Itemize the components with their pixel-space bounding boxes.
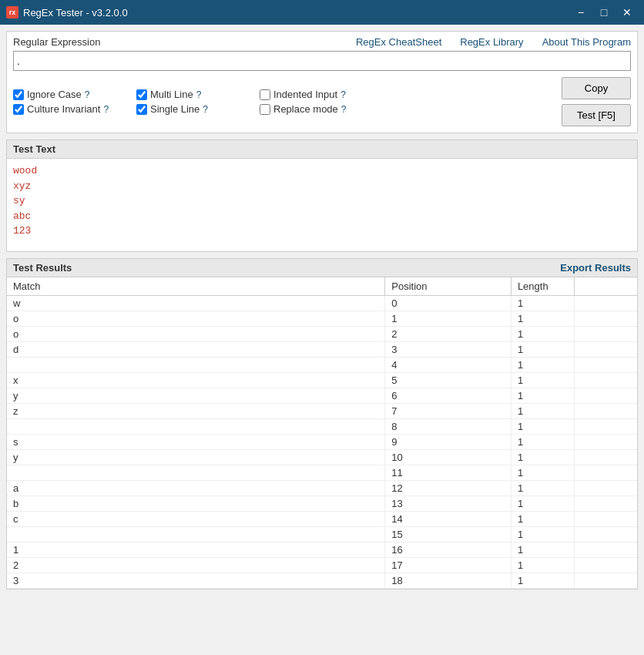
table-row: a 12 1 [7, 481, 637, 496]
indented-input-help[interactable]: ? [340, 89, 346, 100]
indented-input-label: Indented Input [273, 89, 337, 100]
title-bar-left: rx RegEx Tester - v3.2.0.0 [6, 6, 128, 18]
regex-section: Regular Expression RegEx CheatSheet RegE… [6, 31, 638, 133]
close-button[interactable]: ✕ [616, 3, 638, 22]
cell-match: c [7, 512, 385, 527]
results-table: Match Position Length w 0 1 o 1 1 o 2 1 … [7, 277, 637, 589]
cell-match: b [7, 496, 385, 512]
cell-length: 1 [511, 419, 574, 435]
cell-extra [574, 404, 637, 419]
test-text-line-1: wood [13, 163, 631, 179]
cell-position: 10 [385, 450, 512, 465]
cell-match: o [7, 311, 385, 327]
test-button[interactable]: Test [F5] [562, 104, 631, 126]
test-text-title: Test Text [13, 143, 55, 155]
cell-match: o [7, 327, 385, 342]
cell-extra [574, 327, 637, 342]
single-line-label: Single Line [150, 103, 200, 115]
single-line-checkbox[interactable] [136, 104, 147, 115]
cell-length: 1 [511, 542, 574, 558]
cell-length: 1 [511, 496, 574, 512]
window-controls: − □ ✕ [570, 3, 638, 22]
maximize-button[interactable]: □ [593, 3, 615, 22]
cell-match [7, 527, 385, 542]
cell-length: 1 [511, 558, 574, 573]
library-link[interactable]: RegEx Library [460, 36, 523, 48]
cell-length: 1 [511, 512, 574, 527]
copy-button[interactable]: Copy [562, 77, 631, 99]
table-row: 2 17 1 [7, 558, 637, 573]
culture-invariant-option: Culture Invariant ? [13, 103, 121, 115]
cell-length: 1 [511, 342, 574, 358]
cell-match: x [7, 373, 385, 388]
cell-position: 11 [385, 465, 512, 481]
cheatsheet-link[interactable]: RegEx CheatSheet [356, 36, 441, 48]
cell-length: 1 [511, 388, 574, 404]
cell-match [7, 358, 385, 373]
table-row: 8 1 [7, 419, 637, 435]
table-row: 1 16 1 [7, 542, 637, 558]
results-header: Test Results Export Results [7, 259, 637, 277]
cell-position: 12 [385, 481, 512, 496]
culture-invariant-checkbox[interactable] [13, 104, 24, 115]
cell-extra [574, 481, 637, 496]
multi-line-checkbox[interactable] [136, 89, 147, 100]
cell-extra [574, 573, 637, 589]
cell-match: 1 [7, 542, 385, 558]
minimize-button[interactable]: − [570, 3, 592, 22]
cell-position: 17 [385, 558, 512, 573]
export-results-link[interactable]: Export Results [560, 262, 631, 274]
cell-length: 1 [511, 404, 574, 419]
test-text-area[interactable]: wood xyz sy abc 123 [7, 159, 637, 251]
indented-input-checkbox[interactable] [260, 89, 270, 100]
test-text-section: Test Text wood xyz sy abc 123 [6, 139, 638, 252]
cell-length: 1 [511, 373, 574, 388]
col-header-length: Length [511, 277, 574, 296]
table-row: d 3 1 [7, 342, 637, 358]
results-title: Test Results [13, 262, 72, 274]
multi-line-help[interactable]: ? [196, 89, 202, 100]
cell-extra [574, 542, 637, 558]
results-table-header-row: Match Position Length [7, 277, 637, 296]
test-text-line-3: sy [13, 193, 631, 209]
cell-extra [574, 388, 637, 404]
cell-position: 7 [385, 404, 512, 419]
options-row: Ignore Case ? Multi Line ? Indented Inpu… [13, 77, 631, 126]
cell-length: 1 [511, 296, 574, 311]
ignore-case-checkbox[interactable] [13, 89, 24, 100]
table-row: x 5 1 [7, 373, 637, 388]
cell-match: y [7, 450, 385, 465]
table-row: 3 18 1 [7, 573, 637, 589]
regex-input[interactable] [13, 51, 631, 71]
cell-position: 5 [385, 373, 512, 388]
app-title: RegEx Tester - v3.2.0.0 [23, 7, 128, 18]
cell-extra [574, 465, 637, 481]
about-link[interactable]: About This Program [542, 36, 631, 48]
replace-mode-checkbox[interactable] [260, 104, 270, 115]
cell-match: d [7, 342, 385, 358]
title-bar: rx RegEx Tester - v3.2.0.0 − □ ✕ [0, 0, 644, 25]
table-row: 4 1 [7, 358, 637, 373]
cell-match: z [7, 404, 385, 419]
single-line-help[interactable]: ? [203, 104, 208, 115]
cell-length: 1 [511, 311, 574, 327]
cell-length: 1 [511, 327, 574, 342]
results-section: Test Results Export Results Match Positi… [6, 258, 638, 590]
cell-match: w [7, 296, 385, 311]
cell-extra [574, 512, 637, 527]
cell-position: 3 [385, 342, 512, 358]
cell-length: 1 [511, 481, 574, 496]
action-buttons: Copy Test [F5] [562, 77, 631, 126]
cell-length: 1 [511, 573, 574, 589]
ignore-case-help[interactable]: ? [85, 89, 90, 100]
regex-label: Regular Expression [13, 36, 100, 48]
cell-length: 1 [511, 435, 574, 450]
cell-match: y [7, 388, 385, 404]
cell-extra [574, 296, 637, 311]
culture-invariant-help[interactable]: ? [103, 104, 109, 115]
replace-mode-help[interactable]: ? [341, 104, 347, 115]
nav-links: RegEx CheatSheet RegEx Library About Thi… [356, 36, 631, 48]
app-icon: rx [6, 6, 18, 18]
cell-length: 1 [511, 358, 574, 373]
col-header-match: Match [7, 277, 385, 296]
